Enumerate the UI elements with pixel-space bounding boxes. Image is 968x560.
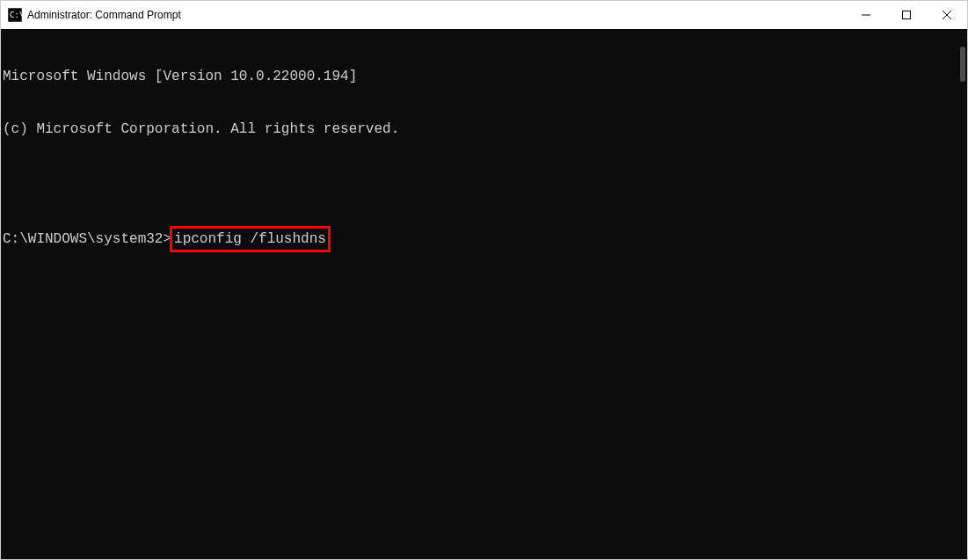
window-title: Administrator: Command Prompt: [27, 9, 846, 21]
blank-line: [3, 173, 965, 191]
svg-rect-3: [903, 11, 911, 19]
svg-text:C:\: C:\: [10, 11, 22, 19]
prompt-line: C:\WINDOWS\system32>ipconfig /flushdns: [3, 226, 965, 252]
window-controls: [846, 1, 967, 29]
output-line: Microsoft Windows [Version 10.0.22000.19…: [3, 68, 965, 85]
scrollbar-thumb[interactable]: [960, 47, 965, 82]
terminal-area[interactable]: Microsoft Windows [Version 10.0.22000.19…: [1, 29, 967, 559]
command-highlight: ipconfig /flushdns: [170, 226, 331, 252]
minimize-button[interactable]: [846, 1, 886, 29]
command-prompt-window: C:\ Administrator: Command Prompt Micros…: [0, 0, 968, 560]
maximize-button[interactable]: [886, 1, 927, 29]
scrollbar[interactable]: [953, 29, 967, 559]
output-line: (c) Microsoft Corporation. All rights re…: [3, 120, 965, 138]
terminal-content: Microsoft Windows [Version 10.0.22000.19…: [1, 29, 967, 291]
cmd-icon: C:\: [8, 8, 22, 22]
command-text: ipconfig /flushdns: [174, 231, 326, 247]
close-button[interactable]: [927, 1, 967, 29]
prompt-path: C:\WINDOWS\system32>: [3, 230, 171, 248]
titlebar[interactable]: C:\ Administrator: Command Prompt: [1, 1, 967, 29]
